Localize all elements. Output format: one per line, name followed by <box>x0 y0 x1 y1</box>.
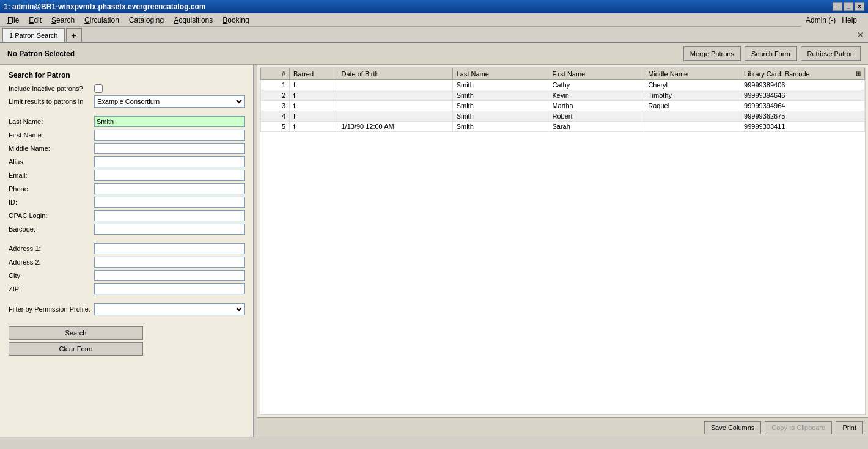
titlebar-title: 1: admin@BR1-winxpvmfx.phasefx.evergreen… <box>4 2 205 11</box>
tab-add-button[interactable]: + <box>66 28 82 42</box>
minimize-button[interactable]: ─ <box>833 2 842 11</box>
admin-area: Admin (-) Help <box>801 13 868 27</box>
tabbar: 1 Patron Search + ✕ <box>0 27 868 43</box>
menu-cataloging[interactable]: Cataloging <box>124 15 169 26</box>
titlebar-controls: ─ □ ✕ <box>833 2 864 11</box>
close-button[interactable]: ✕ <box>855 2 864 11</box>
menu-booking[interactable]: Booking <box>218 15 254 26</box>
help-label[interactable]: Help <box>842 16 857 24</box>
menu-edit[interactable]: Edit <box>24 15 46 26</box>
menu-file[interactable]: File <box>2 15 24 26</box>
tab-patron-search-label: 1 Patron Search <box>9 32 58 39</box>
admin-label[interactable]: Admin (-) <box>806 16 836 24</box>
maximize-button[interactable]: □ <box>844 2 853 11</box>
titlebar: 1: admin@BR1-winxpvmfx.phasefx.evergreen… <box>0 0 868 13</box>
window-close-icon[interactable]: ✕ <box>857 29 864 41</box>
menu-circulation[interactable]: Circulation <box>79 15 124 26</box>
menu-acquisitions[interactable]: Acquisitions <box>169 15 218 26</box>
tab-patron-search[interactable]: 1 Patron Search <box>2 28 65 42</box>
menubar: File Edit Search Circulation Cataloging … <box>0 13 868 27</box>
menu-search[interactable]: Search <box>46 15 79 26</box>
